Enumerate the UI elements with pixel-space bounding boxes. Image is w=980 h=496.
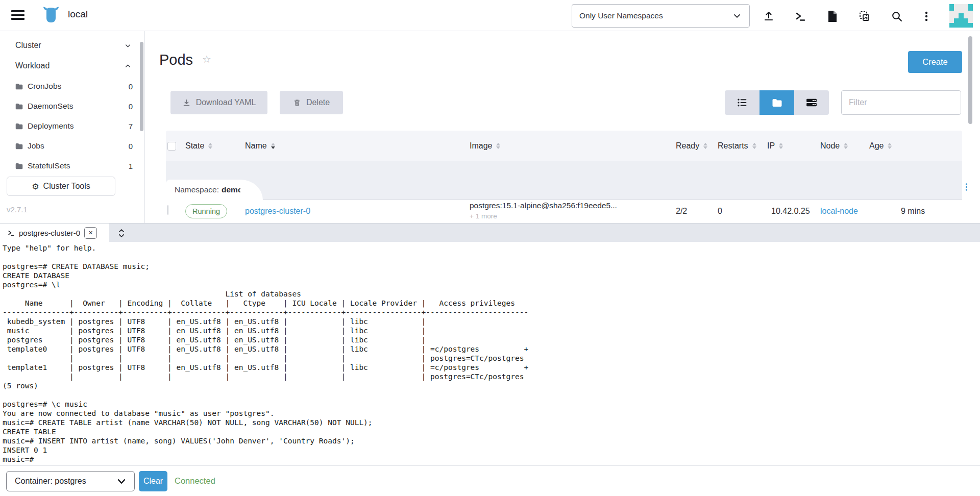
create-button[interactable]: Create — [908, 51, 962, 73]
sort-icon — [703, 143, 707, 149]
main-content: Pods ☆ Create Download YAML Delete — [145, 31, 980, 223]
docs-file-icon[interactable] — [825, 9, 840, 23]
sidebar-item-daemonsets[interactable]: DaemonSets 0 — [0, 98, 138, 114]
main-scrollbar[interactable] — [968, 36, 972, 124]
sidebar-item-label: Deployments — [28, 121, 74, 131]
sidebar-group-label: Workload — [15, 61, 50, 70]
favorite-star-icon[interactable]: ☆ — [202, 53, 211, 65]
shell-terminal[interactable]: Type "help" for help. postgres=# CREATE … — [0, 242, 980, 465]
folder-icon — [15, 123, 23, 130]
namespace-label-prefix: Namespace: — [175, 185, 219, 194]
sidebar-group-workload[interactable]: Workload — [0, 58, 138, 73]
filter-input[interactable] — [841, 90, 961, 115]
chevron-down-icon — [116, 476, 127, 487]
column-header-image[interactable]: Image — [470, 131, 500, 161]
chevron-up-icon — [124, 62, 132, 70]
resource-count: 0 — [129, 142, 133, 151]
sort-icon — [844, 143, 848, 149]
sort-icon — [779, 143, 783, 149]
column-label: Node — [820, 141, 840, 151]
status-badge: Running — [185, 204, 227, 218]
sort-icon — [888, 143, 892, 149]
rancher-version: v2.7.1 — [7, 205, 28, 214]
view-list-button[interactable] — [725, 90, 760, 115]
shell-tab-title: postgres-cluster-0 — [19, 229, 80, 237]
sidebar-item-cronjobs[interactable]: CronJobs 0 — [0, 79, 138, 94]
column-header-ready[interactable]: Ready — [676, 131, 707, 161]
namespace-filter-select[interactable]: Only User Namespaces — [572, 4, 750, 28]
shell-tab-close-icon[interactable]: ✕ — [84, 227, 97, 239]
pod-ready: 2/2 — [676, 207, 687, 216]
sidebar-item-jobs[interactable]: Jobs 0 — [0, 138, 138, 154]
shell-tab[interactable]: postgres-cluster-0 ✕ — [0, 224, 109, 242]
table-row: Running postgres-cluster-0 postgres:15.1… — [166, 200, 962, 223]
sort-icon-active — [271, 143, 275, 149]
column-label: IP — [767, 141, 775, 151]
sidebar-item-label: DaemonSets — [28, 102, 74, 111]
sort-icon — [752, 143, 756, 149]
chevron-down-icon — [732, 11, 742, 21]
cluster-tools-button[interactable]: ⚙ Cluster Tools — [7, 177, 115, 196]
panel-resize-icon[interactable] — [114, 226, 129, 240]
clear-button[interactable]: Clear — [139, 471, 167, 491]
namespace-name: demo — [222, 185, 242, 194]
rancher-logo-icon[interactable] — [42, 6, 60, 24]
resource-search-window-icon[interactable] — [857, 9, 872, 23]
container-select[interactable]: Container: postgres — [6, 471, 135, 491]
delete-label: Delete — [306, 98, 330, 107]
pod-node-link[interactable]: local-node — [820, 207, 858, 216]
kubectl-shell-icon[interactable] — [793, 9, 807, 23]
column-label: State — [185, 141, 204, 151]
resource-count: 7 — [129, 122, 133, 131]
terminal-output: Type "help" for help. postgres=# CREATE … — [3, 243, 528, 464]
folder-icon — [15, 143, 23, 150]
column-header-state[interactable]: State — [185, 131, 212, 161]
sidebar-item-label: StatefulSets — [28, 161, 70, 170]
delete-button[interactable]: Delete — [280, 91, 343, 114]
container-select-value: Container: postgres — [15, 477, 86, 486]
column-header-node[interactable]: Node — [820, 131, 848, 161]
sidebar-group-cluster[interactable]: Cluster — [0, 38, 138, 53]
column-header-ip[interactable]: IP — [767, 131, 783, 161]
sidebar-scrollbar[interactable] — [140, 42, 143, 131]
select-all-checkbox[interactable] — [167, 131, 176, 161]
view-mode-toggle — [725, 90, 829, 115]
column-header-name[interactable]: Name — [245, 131, 275, 161]
sidebar-group-label: Cluster — [15, 41, 41, 50]
list-view-icon — [737, 98, 747, 107]
user-avatar[interactable] — [949, 4, 973, 28]
column-header-age[interactable]: Age — [869, 131, 892, 161]
column-label: Image — [470, 141, 492, 151]
pod-name-link[interactable]: postgres-cluster-0 — [245, 207, 310, 216]
pod-restarts: 0 — [718, 207, 722, 216]
sidebar-item-deployments[interactable]: Deployments 7 — [0, 118, 138, 134]
hamburger-menu-icon[interactable] — [11, 10, 24, 20]
gear-icon: ⚙ — [32, 182, 39, 191]
rancher-app: local Only User Namespaces — [0, 0, 980, 496]
download-yaml-button[interactable]: Download YAML — [170, 91, 267, 114]
top-bar: local Only User Namespaces — [0, 0, 980, 31]
table-header-row: State Name Image Ready Restarts — [166, 131, 962, 161]
side-nav: Cluster Workload CronJobs 0 DaemonSets 0… — [0, 31, 145, 223]
connection-status: Connected — [175, 476, 215, 486]
folder-icon — [15, 103, 23, 110]
chevron-down-icon — [124, 42, 132, 49]
row-checkbox[interactable] — [167, 206, 168, 215]
folder-view-icon — [772, 98, 782, 107]
column-header-restarts[interactable]: Restarts — [718, 131, 756, 161]
kebab-menu-icon[interactable] — [919, 9, 934, 23]
pod-image-more: + 1 more — [470, 212, 497, 220]
view-table-button[interactable] — [794, 90, 829, 115]
import-yaml-icon[interactable] — [762, 9, 776, 23]
sidebar-item-statefulsets[interactable]: StatefulSets 1 — [0, 158, 138, 173]
search-icon[interactable] — [890, 9, 904, 23]
cluster-name[interactable]: local — [68, 9, 88, 20]
pod-age: 9 mins — [901, 207, 925, 216]
row-kebab-menu-icon[interactable] — [961, 181, 971, 193]
shell-tab-bar: postgres-cluster-0 ✕ — [0, 223, 980, 242]
cluster-tools-label: Cluster Tools — [43, 182, 90, 191]
sort-icon — [496, 143, 500, 149]
sidebar-item-label: Jobs — [28, 141, 44, 151]
view-grouped-button[interactable] — [760, 90, 794, 115]
download-yaml-label: Download YAML — [196, 98, 256, 107]
